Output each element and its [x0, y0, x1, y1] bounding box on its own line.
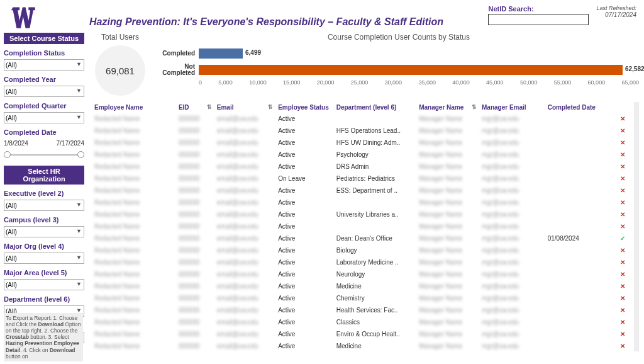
- table-row[interactable]: Redacted Name000000email@uw.eduActiveCla…: [92, 316, 634, 328]
- bar-label: NotCompleted: [158, 64, 195, 77]
- sort-icon: ⇅: [472, 104, 477, 110]
- slider-thumb-min[interactable]: [4, 151, 11, 158]
- cell-email: email@uw.edu: [214, 173, 275, 185]
- cell-mgr: Manager Name: [416, 196, 479, 208]
- col-employee-name[interactable]: Employee Name: [92, 102, 176, 113]
- check-icon: ✓: [611, 232, 634, 244]
- table-row[interactable]: Redacted Name000000email@uw.eduActiveLab…: [92, 256, 634, 268]
- table-row[interactable]: Redacted Name000000email@uw.eduActiveMan…: [92, 220, 634, 232]
- cell-status: On Leave: [275, 173, 334, 185]
- table-row[interactable]: Redacted Name000000email@uw.eduActiveHFS…: [92, 137, 634, 149]
- col-eid[interactable]: EID⇅: [176, 102, 214, 113]
- table-row[interactable]: Redacted Name000000email@uw.eduActiveBio…: [92, 244, 634, 256]
- filter-major-org[interactable]: (All): [4, 253, 84, 264]
- cell-cdate: [545, 244, 611, 256]
- cell-dept: Neurology: [334, 268, 416, 280]
- col-manager-name[interactable]: Manager Name⇅: [416, 102, 479, 113]
- x-icon: ✕: [611, 328, 634, 340]
- cell-dept: Health Services: Fac..: [334, 304, 416, 316]
- filter-completed-quarter[interactable]: (All): [4, 112, 84, 123]
- x-icon: ✕: [611, 161, 634, 173]
- table-row[interactable]: Redacted Name000000email@uw.eduActiveMed…: [92, 340, 634, 351]
- table-row[interactable]: Redacted Name000000email@uw.eduActiveHea…: [92, 304, 634, 316]
- cell-eid: 000000: [176, 173, 214, 185]
- cell-dept: HFS Operations Lead..: [334, 125, 416, 137]
- filter-label-major-org: Major Org (level 4): [4, 242, 84, 250]
- table-row[interactable]: Redacted Name000000email@uw.eduActiveUni…: [92, 208, 634, 220]
- table-row[interactable]: Redacted Name000000email@uw.eduActiveNeu…: [92, 268, 634, 280]
- table-row[interactable]: Redacted Name000000email@uw.eduActiveDea…: [92, 232, 634, 244]
- cell-cdate: [545, 173, 611, 185]
- table-row[interactable]: Redacted Name000000email@uw.eduActivePsy…: [92, 149, 634, 161]
- slider-thumb-max[interactable]: [77, 151, 84, 158]
- axis-tick: 55,000: [554, 79, 572, 86]
- filter-completed-year[interactable]: (All): [4, 86, 84, 97]
- last-refreshed: Last Refreshed: 07/17/2024: [596, 5, 636, 18]
- cell-cdate: [545, 280, 611, 292]
- table-row[interactable]: Redacted Name000000email@uw.eduActiveMan…: [92, 113, 634, 125]
- x-icon: ✕: [611, 304, 634, 316]
- table-row[interactable]: Redacted Name000000email@uw.eduActiveHFS…: [92, 125, 634, 137]
- filter-major-area[interactable]: (All): [4, 279, 84, 290]
- cell-mgr: Manager Name: [416, 292, 479, 304]
- cell-dept: [334, 220, 416, 232]
- axis-tick: 65,000: [621, 79, 639, 86]
- table-row[interactable]: Redacted Name000000email@uw.eduActiveEnv…: [92, 328, 634, 340]
- col-status[interactable]: Employee Status: [275, 102, 334, 113]
- col-completed-flag: [611, 102, 634, 113]
- cell-email: email@uw.edu: [214, 185, 275, 196]
- col-department[interactable]: Department (level 6): [334, 102, 416, 113]
- cell-dept: HFS UW Dining: Adm..: [334, 137, 416, 149]
- filter-label-completed-year: Completed Year: [4, 76, 84, 83]
- cell-mgr: Manager Name: [416, 256, 479, 268]
- filter-label-completed-quarter: Completed Quarter: [4, 102, 84, 110]
- cell-memail: mgr@uw.edu: [479, 161, 545, 173]
- table-row[interactable]: Redacted Name000000email@uw.eduActiveDRS…: [92, 161, 634, 173]
- netid-search-input[interactable]: [488, 14, 589, 25]
- table-row[interactable]: Redacted Name000000email@uw.eduOn LeaveP…: [92, 173, 634, 185]
- scrollbar-thumb[interactable]: [634, 102, 639, 121]
- cell-dept: [334, 196, 416, 208]
- bar-track: 62,582: [199, 65, 639, 75]
- cell-status: Active: [275, 268, 334, 280]
- cell-memail: mgr@uw.edu: [479, 340, 545, 351]
- x-icon: ✕: [611, 185, 634, 196]
- col-email[interactable]: Email⇅: [214, 102, 275, 113]
- employee-table-wrap: Employee Name EID⇅ Email⇅ Employee Statu…: [92, 102, 639, 351]
- cell-cdate: [545, 208, 611, 220]
- cell-cdate: [545, 125, 611, 137]
- cell-dept: Dean: Dean's Office: [334, 232, 416, 244]
- table-row[interactable]: Redacted Name000000email@uw.eduActiveMan…: [92, 196, 634, 208]
- x-icon: ✕: [611, 137, 634, 149]
- chart-title: Course Completion User Counts by Status: [158, 33, 639, 42]
- cell-mgr: Manager Name: [416, 316, 479, 328]
- bar-fill: [199, 65, 623, 75]
- cell-memail: mgr@uw.edu: [479, 316, 545, 328]
- bar-fill: [199, 48, 243, 59]
- col-manager-email[interactable]: Manager Email: [479, 102, 545, 113]
- cell-dept: University Libraries a..: [334, 208, 416, 220]
- col-completed-date[interactable]: Completed Date: [545, 102, 611, 113]
- cell-status: Active: [275, 220, 334, 232]
- date-range-slider[interactable]: [4, 151, 84, 159]
- refresh-date: 07/17/2024: [596, 11, 636, 18]
- filter-completion-status[interactable]: (All): [4, 59, 84, 71]
- cell-cdate: [545, 161, 611, 173]
- cell-mgr: Manager Name: [416, 173, 479, 185]
- total-users-label: Total Users: [92, 33, 148, 42]
- cell-memail: mgr@uw.edu: [479, 173, 545, 185]
- table-row[interactable]: Redacted Name000000email@uw.eduActiveESS…: [92, 185, 634, 196]
- cell-status: Active: [275, 256, 334, 268]
- cell-email: email@uw.edu: [214, 244, 275, 256]
- filter-executive[interactable]: (All): [4, 200, 84, 211]
- filter-campus[interactable]: (All): [4, 226, 84, 237]
- cell-eid: 000000: [176, 208, 214, 220]
- cell-email: email@uw.edu: [214, 125, 275, 137]
- cell-mgr: Manager Name: [416, 268, 479, 280]
- cell-eid: 000000: [176, 113, 214, 125]
- cell-name: Redacted Name: [92, 340, 176, 351]
- cell-mgr: Manager Name: [416, 113, 479, 125]
- table-row[interactable]: Redacted Name000000email@uw.eduActiveChe…: [92, 292, 634, 304]
- cell-status: Active: [275, 244, 334, 256]
- table-row[interactable]: Redacted Name000000email@uw.eduActiveMed…: [92, 280, 634, 292]
